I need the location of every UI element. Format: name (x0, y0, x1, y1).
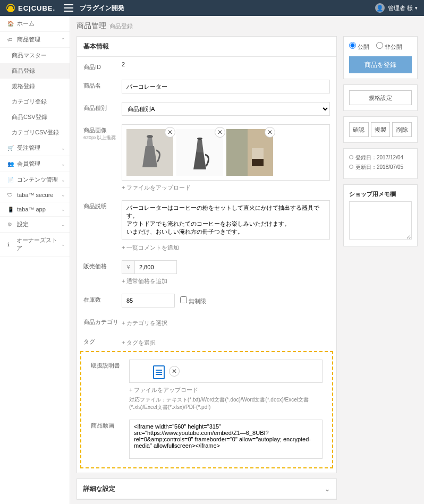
sidebar-item-3[interactable]: 商品登録 (0, 63, 70, 79)
date-info: 登録日：2017/12/04 更新日：2018/07/05 (343, 148, 418, 179)
nav-icon: 📱 (7, 207, 14, 212)
nav-icon: 📄 (7, 177, 14, 183)
chevron-icon: ⌃ (61, 37, 65, 42)
sidebar-item-11[interactable]: 🛡taba™ secure⌄ (0, 188, 70, 202)
chevron-icon: ⌄ (61, 207, 65, 212)
sidebar-item-12[interactable]: 📱taba™ app⌄ (0, 202, 70, 217)
sidebar-item-14[interactable]: ℹオーナーズストア⌄ (0, 233, 70, 257)
stock-input[interactable] (122, 294, 175, 307)
product-image-1[interactable]: ✕ (126, 129, 173, 176)
menu-toggle-icon[interactable] (64, 4, 73, 12)
sidebar-item-2[interactable]: 商品マスター (0, 48, 70, 63)
sidebar-item-0[interactable]: 🏠ホーム (0, 16, 70, 32)
product-name-input[interactable] (122, 80, 330, 93)
chevron-icon: ⌄ (61, 222, 65, 227)
register-button[interactable]: 商品を登録 (349, 56, 412, 73)
page-plugin-title: プラグイン開発 (80, 4, 124, 13)
breadcrumb: 商品管理商品登録 (77, 21, 418, 31)
document-icon (153, 365, 165, 379)
sidebar-item-10[interactable]: 📄コンテンツ管理⌄ (0, 172, 70, 188)
memo-label: ショップ用メモ欄 (349, 190, 412, 198)
confirm-button[interactable]: 確認 (349, 122, 369, 137)
product-id: 2 (122, 61, 330, 71)
nav-icon: 🛒 (7, 145, 14, 151)
avatar-icon: 👤 (375, 3, 385, 13)
chevron-down-icon: ⌄ (325, 485, 330, 493)
sidebar-item-7[interactable]: カテゴリCSV登録 (0, 125, 70, 140)
nav-icon: 🏷 (7, 37, 14, 42)
user-menu[interactable]: 👤 管理者 様 ▾ (375, 3, 418, 13)
nav-icon: 👥 (7, 161, 14, 167)
chevron-icon: ⌄ (61, 161, 65, 167)
product-type-select[interactable]: 商品種別A (122, 102, 330, 116)
manual-file-box: ✕ (129, 360, 323, 383)
sidebar: 🏠ホーム🏷商品管理⌃商品マスター商品登録規格登録カテゴリ登録商品CSV登録カテゴ… (0, 16, 70, 504)
logo: EC|CUBE. (6, 4, 64, 12)
manual-hint: 対応ファイル：テキスト(*.txt)/Word文書(*.doc)/Word文書(… (129, 396, 323, 411)
sidebar-item-8[interactable]: 🛒受注管理⌄ (0, 140, 70, 156)
upload-manual-link[interactable]: ファイルをアップロード (129, 386, 198, 394)
chevron-down-icon: ▾ (415, 5, 418, 11)
chevron-icon: ⌄ (61, 146, 65, 151)
add-normal-price-link[interactable]: 通常価格を追加 (122, 277, 167, 285)
svg-point-7 (197, 138, 202, 140)
svg-marker-2 (147, 138, 153, 146)
sidebar-item-4[interactable]: 規格登録 (0, 79, 70, 94)
select-category-link[interactable]: カテゴリを選択 (122, 319, 167, 327)
product-image-2[interactable]: ✕ (176, 129, 223, 176)
basic-heading: 基本情報 (77, 37, 336, 57)
delete-button[interactable]: 削除 (392, 122, 412, 137)
remove-image-icon[interactable]: ✕ (265, 127, 275, 138)
price-input[interactable] (134, 260, 177, 274)
chevron-icon: ⌄ (61, 242, 65, 247)
remove-image-icon[interactable]: ✕ (165, 127, 175, 138)
remove-file-icon[interactable]: ✕ (169, 366, 180, 377)
product-image-3[interactable]: ✕ (226, 129, 273, 176)
copy-button[interactable]: 複製 (371, 122, 391, 137)
select-tag-link[interactable]: タグを選択 (122, 339, 156, 347)
currency-label: ¥ (122, 260, 134, 274)
memo-textarea[interactable] (349, 201, 412, 240)
publish-radio-group[interactable]: 公開 非公開 (349, 42, 412, 51)
add-comment-link[interactable]: 一覧コメントを追加 (122, 244, 179, 252)
chevron-icon: ⌄ (61, 177, 65, 183)
description-textarea[interactable] (122, 200, 330, 240)
svg-rect-11 (226, 129, 248, 176)
remove-image-icon[interactable]: ✕ (215, 127, 225, 138)
nav-icon: 🛡 (7, 192, 14, 198)
sidebar-item-1[interactable]: 🏷商品管理⌃ (0, 32, 70, 48)
chevron-icon: ⌄ (61, 192, 65, 198)
video-textarea[interactable] (129, 420, 323, 459)
unlimited-checkbox[interactable]: 無制限 (180, 296, 206, 305)
nav-icon: 🏠 (7, 21, 14, 27)
spec-button[interactable]: 規格設定 (349, 90, 412, 105)
sidebar-item-5[interactable]: カテゴリ登録 (0, 94, 70, 109)
detail-panel[interactable]: 詳細な設定⌄ (77, 479, 337, 500)
sidebar-item-6[interactable]: 商品CSV登録 (0, 109, 70, 125)
product-images: ✕ ✕ ✕ (122, 124, 330, 181)
plugin-fields-highlight: 取扱説明書 ✕ ファイルをアップロード 対応ファイル：テキスト(*.txt)/W… (80, 351, 333, 468)
sidebar-item-13[interactable]: ⚙設定⌄ (0, 217, 70, 233)
nav-icon: ⚙ (7, 221, 14, 227)
nav-icon: ℹ (7, 242, 13, 247)
svg-rect-10 (252, 159, 264, 166)
basic-info-panel: 基本情報 商品ID 2 商品名 商品種別 商品種別A 商品画像620 (77, 36, 337, 473)
svg-point-3 (147, 135, 153, 138)
sidebar-item-9[interactable]: 👥会員管理⌄ (0, 156, 70, 172)
upload-file-link[interactable]: ファイルをアップロード (122, 184, 191, 192)
